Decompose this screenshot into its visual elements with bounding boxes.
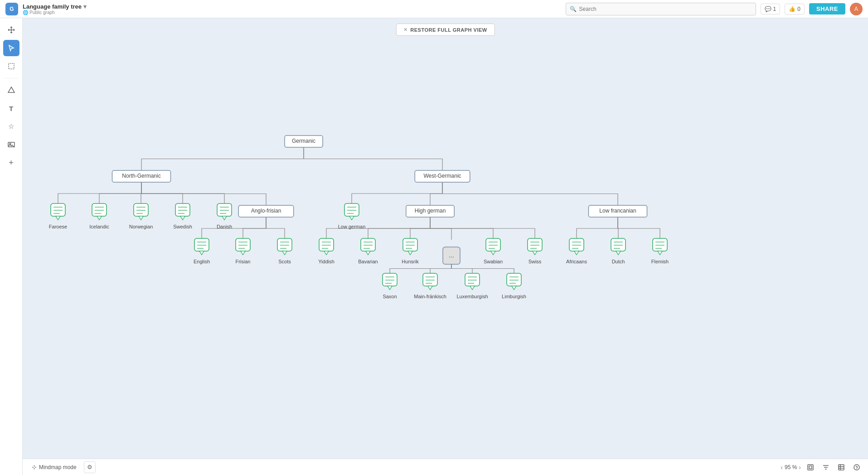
svg-rect-118 bbox=[383, 273, 397, 286]
svg-marker-47 bbox=[349, 216, 354, 220]
svg-text:Scots: Scots bbox=[278, 259, 291, 264]
avatar[interactable]: A bbox=[850, 3, 863, 15]
node-low-franconian[interactable]: Low francanian bbox=[589, 205, 647, 217]
svg-text:English: English bbox=[194, 259, 210, 264]
svg-rect-46 bbox=[344, 204, 359, 216]
like-button[interactable]: 👍 0 bbox=[785, 4, 805, 15]
svg-point-146 bbox=[854, 465, 859, 470]
x-icon: ✕ bbox=[403, 27, 407, 33]
select-tool-button[interactable] bbox=[3, 58, 19, 74]
svg-rect-106 bbox=[611, 238, 626, 251]
svg-rect-52 bbox=[194, 238, 209, 251]
bottom-bar: ⊹ Mindmap mode ⚙ ‹ 95 % › bbox=[23, 459, 868, 475]
share-button[interactable]: SHARE bbox=[809, 3, 845, 15]
node-saxon[interactable]: Saxon bbox=[383, 273, 397, 299]
node-north-germanic[interactable]: North-Germanic bbox=[112, 170, 171, 182]
table-view-button[interactable] bbox=[835, 461, 847, 473]
node-main-frankisch[interactable]: Main-fränkisch bbox=[414, 273, 446, 299]
node-scots[interactable]: Scots bbox=[277, 238, 292, 264]
svg-rect-88 bbox=[486, 238, 500, 251]
node-dutch[interactable]: Dutch bbox=[611, 238, 626, 264]
text-button[interactable]: T bbox=[3, 100, 19, 116]
title-dropdown-icon[interactable]: ▾ bbox=[83, 3, 87, 10]
node-icelandic[interactable]: Icelandic bbox=[89, 204, 109, 229]
svg-rect-144 bbox=[808, 465, 813, 470]
node-swabian[interactable]: Swabian bbox=[484, 238, 503, 264]
sidebar-divider-1 bbox=[5, 78, 18, 78]
node-dots[interactable]: ... bbox=[443, 247, 460, 264]
add-button[interactable]: + bbox=[3, 155, 19, 171]
node-norwegian[interactable]: Norwegian bbox=[129, 204, 153, 229]
help-button[interactable] bbox=[851, 461, 863, 473]
node-limburgish[interactable]: Limburgish bbox=[502, 273, 526, 299]
node-faroese[interactable]: Faroese bbox=[49, 204, 67, 229]
node-germanic[interactable]: Germanic bbox=[285, 136, 323, 147]
svg-text:Saxon: Saxon bbox=[383, 294, 397, 299]
node-frisian[interactable]: Frisian bbox=[235, 238, 250, 264]
svg-text:Swabian: Swabian bbox=[484, 259, 503, 264]
svg-text:Icelandic: Icelandic bbox=[89, 224, 109, 229]
svg-rect-124 bbox=[423, 273, 437, 286]
node-anglo-frisian[interactable]: Anglo-frisian bbox=[238, 205, 294, 217]
svg-marker-53 bbox=[199, 251, 204, 255]
zoom-control: ‹ 95 % › bbox=[781, 464, 801, 471]
image-button[interactable] bbox=[3, 136, 19, 153]
edge-germanic-west-germanic bbox=[304, 147, 442, 170]
svg-rect-58 bbox=[236, 238, 250, 251]
svg-rect-112 bbox=[653, 238, 667, 251]
svg-text:North-Germanic: North-Germanic bbox=[122, 173, 160, 179]
settings-button[interactable]: ⚙ bbox=[84, 461, 96, 473]
svg-text:Bavarian: Bavarian bbox=[358, 259, 378, 264]
node-hunsrik[interactable]: Hunsrik bbox=[402, 238, 419, 264]
mindmap-mode-button[interactable]: ⊹ Mindmap mode bbox=[28, 462, 80, 472]
svg-text:High german: High german bbox=[415, 208, 446, 214]
cursor-tool-button[interactable] bbox=[3, 40, 19, 56]
edge-west-germanic-high-german bbox=[430, 182, 442, 205]
svg-marker-89 bbox=[491, 251, 495, 255]
svg-text:Low german: Low german bbox=[338, 224, 366, 229]
svg-marker-77 bbox=[366, 251, 370, 255]
node-high-german[interactable]: High german bbox=[406, 205, 455, 217]
svg-marker-59 bbox=[241, 251, 245, 255]
node-yiddish[interactable]: Yiddish bbox=[318, 238, 335, 264]
node-low-german[interactable]: Low german bbox=[338, 204, 366, 229]
tree-svg[interactable]: GermanicNorth-GermanicWest-GermanicAnglo… bbox=[23, 18, 868, 475]
zoom-next-button[interactable]: › bbox=[799, 464, 801, 471]
restore-full-view-button[interactable]: ✕ RESTORE FULL GRAPH VIEW bbox=[396, 24, 495, 36]
node-swedish[interactable]: Swedish bbox=[173, 204, 192, 229]
svg-rect-130 bbox=[465, 273, 480, 286]
search-input[interactable] bbox=[579, 6, 752, 12]
svg-rect-76 bbox=[361, 238, 375, 251]
node-west-germanic[interactable]: West-Germanic bbox=[415, 170, 470, 182]
edge-north-germanic-anglo-frisian bbox=[141, 182, 266, 205]
node-danish[interactable]: Danish bbox=[217, 204, 232, 229]
comment-button[interactable]: 💬 1 bbox=[761, 4, 781, 15]
move-tool-button[interactable] bbox=[3, 22, 19, 38]
svg-marker-107 bbox=[616, 251, 621, 255]
node-africaans[interactable]: Africaans bbox=[566, 238, 587, 264]
node-flemish[interactable]: Flemish bbox=[651, 238, 669, 264]
node-english[interactable]: English bbox=[194, 238, 210, 264]
svg-marker-101 bbox=[574, 251, 579, 255]
fit-view-button[interactable] bbox=[805, 461, 816, 473]
svg-marker-113 bbox=[658, 251, 662, 255]
svg-marker-83 bbox=[408, 251, 412, 255]
filter-button[interactable] bbox=[820, 461, 832, 473]
search-icon: 🔍 bbox=[570, 6, 577, 12]
node-luxemburgish[interactable]: Luxemburgish bbox=[456, 273, 488, 299]
svg-text:Norwegian: Norwegian bbox=[129, 224, 153, 229]
node-swiss[interactable]: Swiss bbox=[528, 238, 542, 264]
svg-text:Swedish: Swedish bbox=[173, 224, 192, 229]
svg-text:Faroese: Faroese bbox=[49, 224, 67, 229]
edge-north-germanic-icelandic bbox=[99, 182, 141, 205]
header: G Language family tree ▾ 🌐 Public graph … bbox=[0, 0, 868, 18]
star-button[interactable]: ☆ bbox=[3, 118, 19, 135]
shapes-button[interactable] bbox=[3, 82, 19, 98]
node-bavarian[interactable]: Bavarian bbox=[358, 238, 378, 264]
canvas[interactable]: ✕ RESTORE FULL GRAPH VIEW GermanicNorth-… bbox=[23, 18, 868, 475]
svg-marker-41 bbox=[222, 216, 227, 220]
svg-text:Low francanian: Low francanian bbox=[599, 208, 636, 214]
search-box[interactable]: 🔍 bbox=[566, 3, 756, 15]
zoom-prev-button[interactable]: ‹ bbox=[781, 464, 783, 471]
bottom-right-controls: ‹ 95 % › bbox=[781, 461, 863, 473]
